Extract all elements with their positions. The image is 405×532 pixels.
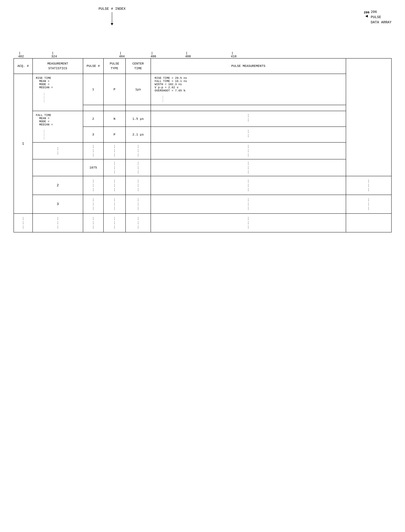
table-row: ⋮⋮ ⋮⋮⋮ ⋮⋮⋮ ⋮⋮⋮ ⋮⋮⋮ (14, 142, 392, 159)
col-ref-408: 408 (185, 52, 191, 58)
acq3-pulse-num: ⋮⋮⋮ (103, 195, 126, 214)
pulse-index-label: PULSE # INDEX (99, 6, 126, 25)
acq-2-cell: 2 (33, 176, 83, 195)
pulse-type-p1: P (103, 74, 126, 105)
acq3-center-time: ⋮⋮⋮ (151, 195, 346, 214)
center-time-1: 1μs (126, 74, 151, 105)
pulse-type-p3: P (103, 127, 126, 142)
pulse-num-1075: 1075 (83, 159, 103, 176)
acq-1-cell: 1 (14, 74, 33, 214)
center-time-ellipsis: ⋮⋮⋮ (126, 142, 151, 159)
page-container: PULSE # INDEX 206 206 PULSE DATA ARRAY 4… (14, 6, 392, 232)
acq-3-cell: 3 (33, 195, 83, 214)
col-ref-402: 402 (18, 52, 24, 58)
pulse-num-2: 2 (83, 111, 103, 127)
pulse-meas-ellipsis: ⋮⋮⋮ (151, 142, 346, 159)
center-time-1075: ⋮⋮⋮ (126, 159, 151, 176)
acq3-pulse-meas: ⋮⋮⋮ (346, 195, 391, 214)
center-time-2: 1.5 μs (126, 111, 151, 127)
table-row: FALL TIME MEAN = MODE = MEDIAN = ⋮ ⋮ ⋮ 2… (14, 111, 392, 127)
rise-time-stats-cell: RISE TIME MEAN = MODE = MEDIAN = ⋮ ⋮ ⋮ (33, 74, 83, 111)
center-time-blank-1 (126, 105, 151, 111)
table-row: 1075 ⋮⋮⋮ ⋮⋮⋮ ⋮⋮⋮ (14, 159, 392, 176)
table-row: 3 ⋮⋮⋮ ⋮⋮⋮ ⋮⋮⋮ ⋮⋮⋮ ⋮⋮⋮ (14, 195, 392, 214)
pulse-type-n: N (103, 111, 126, 127)
pulse-num-3: 3 (83, 127, 103, 142)
header-row: ACQ. # MEASUREMENTSTATISTICS PULSE # PUL… (14, 58, 392, 74)
top-annotations: PULSE # INDEX 206 206 PULSE DATA ARRAY (14, 6, 392, 50)
pulse-num-1: 1 (83, 74, 103, 105)
acq3-meas-stats: ⋮⋮⋮ (83, 195, 103, 214)
pulse-meas-1: RISE TIME = 20.5 ns FALL TIME = 16.1 ns … (151, 74, 346, 105)
acq2-pulse-type: ⋮⋮⋮ (126, 176, 151, 195)
final-pulse-num-ellipsis: ⋮⋮⋮ (83, 214, 103, 232)
final-meas-ellipsis: ⋮⋮⋮ (33, 214, 83, 232)
table-row: 2 ⋮⋮⋮ ⋮⋮⋮ ⋮⋮⋮ ⋮⋮⋮ ⋮⋮⋮ (14, 176, 392, 195)
meas-stats-1075 (33, 159, 83, 176)
header-pulse-type: PULSETYPE (103, 58, 126, 74)
meas-stats-ellipsis: ⋮⋮ (33, 142, 83, 159)
fall-time-stats-cell: FALL TIME MEAN = MODE = MEDIAN = ⋮ ⋮ ⋮ (33, 111, 83, 142)
final-pulse-meas-ellipsis: ⋮⋮⋮ (151, 214, 346, 232)
header-acq: ACQ. # (14, 58, 33, 74)
pulse-meas-1075: ⋮⋮⋮ (151, 159, 346, 176)
col-ref-410: 410 (231, 52, 236, 58)
main-table: ACQ. # MEASUREMENTSTATISTICS PULSE # PUL… (14, 58, 392, 232)
acq2-pulse-num: ⋮⋮⋮ (103, 176, 126, 195)
acq2-meas-stats: ⋮⋮⋮ (83, 176, 103, 195)
acq2-center-time: ⋮⋮⋮ (151, 176, 346, 195)
acq2-pulse-meas: ⋮⋮⋮ (346, 176, 391, 195)
header-pulse-num: PULSE # (83, 58, 103, 74)
final-pulse-type-ellipsis: ⋮⋮⋮ (103, 214, 126, 232)
center-time-3: 2.1 μs (126, 127, 151, 142)
pulse-data-array-label: 206 206 PULSE DATA ARRAY (364, 9, 392, 25)
table-row: 1 RISE TIME MEAN = MODE = MEDIAN = ⋮ ⋮ ⋮… (14, 74, 392, 105)
final-acq-ellipsis: ⋮⋮⋮ (14, 214, 33, 232)
pulse-num-ellipsis: ⋮⋮⋮ (83, 142, 103, 159)
final-center-time-ellipsis: ⋮⋮⋮ (126, 214, 151, 232)
pulse-type-blank-1 (103, 105, 126, 111)
acq3-pulse-type: ⋮⋮⋮ (126, 195, 151, 214)
pda-ref-num: 206 (371, 10, 377, 14)
col-ref-404: 404 (119, 52, 125, 58)
col-refs-row: 402 324 404 406 408 410 (14, 50, 392, 58)
header-pulse-meas: PULSE MEASUREMENTS (151, 58, 346, 74)
header-center-time: CENTERTIME (126, 58, 151, 74)
header-meas: MEASUREMENTSTATISTICS (33, 58, 83, 74)
pulse-num-blank-1 (83, 105, 103, 111)
pulse-meas-2: ⋮⋮ (151, 111, 346, 127)
pulse-meas-blank-1 (151, 105, 346, 111)
pulse-type-1075: ⋮⋮⋮ (103, 159, 126, 176)
col-ref-406: 406 (151, 52, 156, 58)
pulse-meas-3: ⋮⋮ (151, 127, 346, 142)
pulse-type-ellipsis: ⋮⋮⋮ (103, 142, 126, 159)
table-row: ⋮⋮⋮ ⋮⋮⋮ ⋮⋮⋮ ⋮⋮⋮ ⋮⋮⋮ ⋮⋮⋮ (14, 214, 392, 232)
col-ref-324: 324 (51, 52, 57, 58)
